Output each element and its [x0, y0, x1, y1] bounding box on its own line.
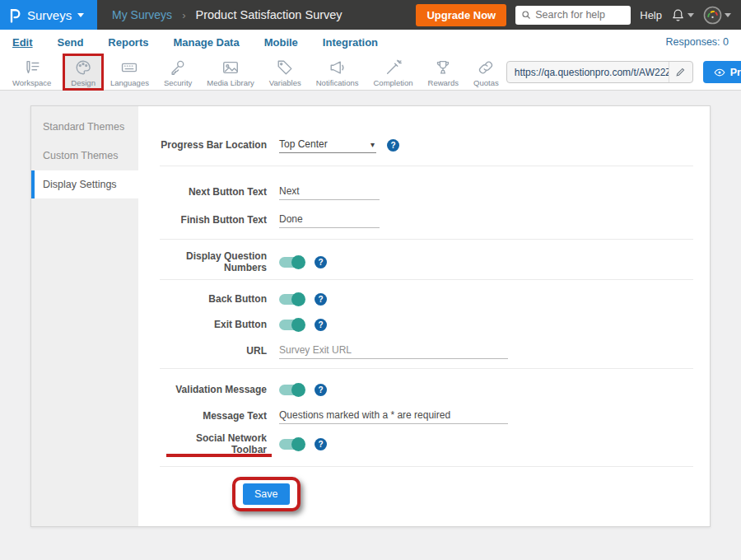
next-button-text-row: Next Button Text	[160, 183, 693, 201]
exit-button-label: Exit Button	[160, 319, 267, 330]
megaphone-icon	[329, 58, 347, 77]
section-divider	[160, 466, 693, 467]
tab-send[interactable]: Send	[58, 36, 84, 49]
display-question-numbers-row: Display Question Numbers ?	[160, 253, 693, 271]
validation-message-row: Validation Message ?	[160, 380, 693, 399]
save-button[interactable]: Save	[243, 483, 290, 505]
survey-nav: Edit Send Reports Manage Data Mobile Int…	[0, 30, 741, 54]
help-icon[interactable]: ?	[315, 319, 327, 331]
toolbar-item-completion[interactable]: Completion	[366, 54, 421, 90]
help-icon[interactable]: ?	[315, 438, 327, 450]
social-network-toolbar-row: Social Network Toolbar ?	[160, 435, 693, 453]
questionpro-logo-icon	[8, 7, 21, 23]
tab-mobile[interactable]: Mobile	[264, 36, 298, 49]
preview-button[interactable]: Preview	[703, 61, 741, 83]
toolbar-item-quotas[interactable]: Quotas	[466, 54, 506, 90]
help-icon[interactable]: ?	[387, 139, 399, 152]
toolbar-item-rewards[interactable]: Rewards	[421, 54, 467, 90]
breadcrumb-my-surveys[interactable]: My Surveys	[112, 8, 172, 21]
survey-title: Product Satisfaction Survey	[195, 8, 342, 21]
variables-icon	[276, 58, 294, 77]
toolbar-item-notifications[interactable]: Notifications	[309, 54, 366, 90]
finish-button-text-input[interactable]	[279, 212, 380, 228]
exit-url-input[interactable]	[279, 343, 508, 359]
display-question-numbers-label: Display Question Numbers	[160, 250, 267, 273]
survey-url[interactable]: https://qa.questionpro.com/t/AW22Zcq2J	[507, 67, 669, 78]
account-menu[interactable]	[703, 6, 731, 25]
toolbar-item-workspace[interactable]: Workspace	[5, 54, 58, 90]
display-settings-panel: Standard Themes Custom Themes Display Se…	[30, 105, 711, 527]
themes-sidebar: Standard Themes Custom Themes Display Se…	[31, 106, 138, 526]
edit-url-button[interactable]	[669, 62, 692, 82]
header-actions: Upgrade Now Help	[416, 4, 741, 26]
toolbar-item-label: Quotas	[473, 78, 499, 87]
progress-bar-location-value: Top Center	[279, 138, 328, 150]
message-text-row: Message Text	[160, 407, 693, 425]
toolbar-item-media-library[interactable]: Media Library	[199, 54, 262, 90]
toolbar-item-label: Rewards	[428, 78, 459, 87]
breadcrumb: My Surveys › Product Satisfaction Survey	[112, 8, 343, 21]
survey-link-box: https://qa.questionpro.com/t/AW22Zcq2J	[506, 61, 693, 83]
toolbar-right: https://qa.questionpro.com/t/AW22Zcq2J P…	[506, 54, 741, 90]
next-button-text-input[interactable]	[279, 184, 380, 200]
tab-manage-data[interactable]: Manage Data	[173, 36, 239, 49]
help-search[interactable]	[515, 6, 631, 25]
product-switcher[interactable]: Surveys	[0, 0, 97, 30]
chevron-down-icon	[687, 13, 694, 17]
message-text-input[interactable]	[279, 408, 508, 424]
social-network-toolbar-toggle[interactable]	[279, 439, 304, 450]
product-name: Surveys	[27, 8, 72, 22]
exit-url-row: URL	[160, 342, 693, 360]
top-header: Surveys My Surveys › Product Satisfactio…	[0, 0, 741, 30]
sidebar-item-standard-themes[interactable]: Standard Themes	[31, 113, 138, 141]
toolbar-item-label: Media Library	[207, 78, 254, 87]
back-button-toggle[interactable]	[279, 294, 304, 305]
toolbar-item-variables[interactable]: Variables	[262, 54, 309, 90]
exit-url-label: URL	[160, 345, 267, 357]
exit-button-toggle[interactable]	[279, 320, 304, 330]
help-search-input[interactable]	[535, 9, 625, 21]
toolbar-item-security[interactable]: Security	[156, 54, 199, 90]
progress-bar-location-row: Progress Bar Location Top Center ▾ ?	[160, 136, 693, 154]
section-divider	[160, 279, 693, 280]
workspace-icon	[23, 58, 41, 77]
tab-edit[interactable]: Edit	[12, 36, 33, 49]
toolbar-item-label: Security	[164, 78, 192, 87]
chevron-down-icon	[725, 13, 731, 17]
back-button-label: Back Button	[160, 293, 267, 305]
toggle-knob	[291, 292, 305, 306]
validation-message-label: Validation Message	[160, 384, 267, 395]
chevron-down-icon: ▾	[370, 140, 375, 149]
save-highlight-annotation: Save	[232, 477, 301, 511]
tab-integration[interactable]: Integration	[323, 36, 378, 49]
help-icon[interactable]: ?	[315, 384, 327, 396]
breadcrumb-separator: ›	[182, 9, 185, 21]
toolbar-item-design[interactable]: Design	[63, 54, 103, 90]
help-icon[interactable]: ?	[315, 256, 327, 268]
upgrade-now-button[interactable]: Upgrade Now	[416, 4, 506, 26]
trophy-icon	[434, 58, 452, 77]
help-icon[interactable]: ?	[315, 293, 327, 306]
message-text-label: Message Text	[160, 410, 267, 422]
finish-button-text-label: Finish Button Text	[160, 214, 267, 226]
toolbar-item-label: Completion	[374, 78, 413, 87]
section-divider	[160, 368, 693, 369]
progress-bar-location-select[interactable]: Top Center ▾	[279, 137, 376, 153]
sidebar-item-custom-themes[interactable]: Custom Themes	[31, 142, 138, 170]
help-link[interactable]: Help	[640, 9, 662, 21]
tab-reports[interactable]: Reports	[108, 36, 148, 49]
exit-button-row: Exit Button ?	[160, 315, 693, 334]
link-icon	[477, 58, 495, 77]
display-settings-form: Progress Bar Location Top Center ▾ ? Nex…	[138, 106, 710, 526]
sidebar-item-display-settings[interactable]: Display Settings	[31, 170, 138, 198]
edit-toolbar: Workspace Design Languages Security Medi…	[0, 54, 741, 91]
bell-icon	[671, 8, 685, 22]
validation-message-toggle[interactable]	[279, 385, 304, 395]
toggle-knob	[291, 318, 305, 332]
notifications-menu[interactable]	[671, 8, 694, 22]
social-network-toolbar-label: Social Network Toolbar	[160, 432, 267, 455]
display-question-numbers-toggle[interactable]	[279, 257, 304, 268]
security-icon	[169, 58, 187, 77]
toolbar-item-languages[interactable]: Languages	[103, 54, 156, 90]
search-icon	[521, 10, 531, 20]
